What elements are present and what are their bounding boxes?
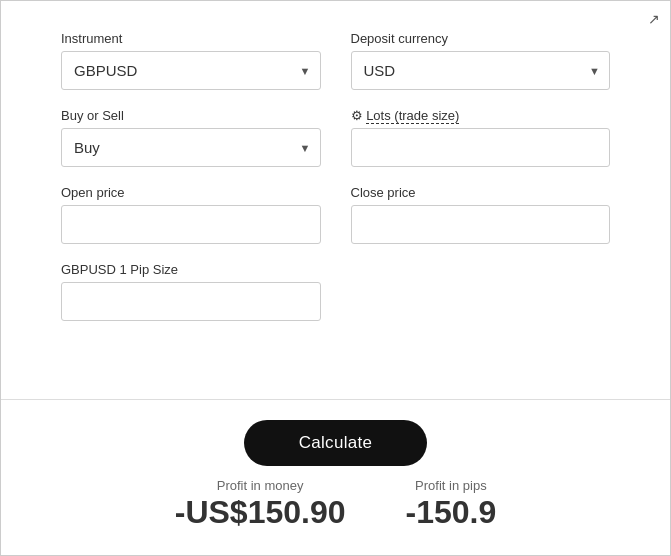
row-buy-lots: Buy or Sell Buy Sell ⚙ Lots (trade size)… — [61, 108, 610, 167]
buy-sell-label: Buy or Sell — [61, 108, 321, 123]
profit-money-item: Profit in money -US$150.90 — [175, 478, 346, 530]
deposit-currency-select[interactable]: USD EUR GBP — [351, 51, 611, 90]
lots-input[interactable]: 0.1 — [351, 128, 611, 167]
close-price-input[interactable]: 1.24652 — [351, 205, 611, 244]
profit-money-label: Profit in money — [217, 478, 304, 493]
deposit-currency-label: Deposit currency — [351, 31, 611, 46]
profit-pips-item: Profit in pips -150.9 — [406, 478, 497, 530]
row-prices: Open price 1.26161 Close price 1.24652 — [61, 185, 610, 244]
calculator-container: ↗ Instrument GBPUSD EURUSD USDJPY AUDUSD… — [0, 0, 671, 556]
close-price-group: Close price 1.24652 — [351, 185, 611, 244]
open-price-input[interactable]: 1.26161 — [61, 205, 321, 244]
buy-sell-group: Buy or Sell Buy Sell — [61, 108, 321, 167]
pip-size-group: GBPUSD 1 Pip Size 0.0001 — [61, 262, 321, 321]
form-section: Instrument GBPUSD EURUSD USDJPY AUDUSD D… — [1, 1, 670, 399]
profit-money-value: -US$150.90 — [175, 495, 346, 530]
pip-size-input[interactable]: 0.0001 — [61, 282, 321, 321]
instrument-select[interactable]: GBPUSD EURUSD USDJPY AUDUSD — [61, 51, 321, 90]
buy-sell-select-wrapper: Buy Sell — [61, 128, 321, 167]
lots-group: ⚙ Lots (trade size) 0.1 — [351, 108, 611, 167]
instrument-select-wrapper: GBPUSD EURUSD USDJPY AUDUSD — [61, 51, 321, 90]
buy-sell-select[interactable]: Buy Sell — [61, 128, 321, 167]
row-instrument-deposit: Instrument GBPUSD EURUSD USDJPY AUDUSD D… — [61, 31, 610, 90]
lots-label: ⚙ Lots (trade size) — [351, 108, 611, 123]
deposit-currency-select-wrapper: USD EUR GBP — [351, 51, 611, 90]
external-link-icon[interactable]: ↗ — [648, 11, 660, 27]
open-price-label: Open price — [61, 185, 321, 200]
calculate-button[interactable]: Calculate — [244, 420, 428, 466]
results-row: Profit in money -US$150.90 Profit in pip… — [175, 478, 497, 530]
pip-size-spacer — [351, 262, 611, 321]
gear-icon: ⚙ — [351, 108, 363, 123]
open-price-group: Open price 1.26161 — [61, 185, 321, 244]
profit-pips-value: -150.9 — [406, 495, 497, 530]
pip-size-label: GBPUSD 1 Pip Size — [61, 262, 321, 277]
instrument-label: Instrument — [61, 31, 321, 46]
deposit-currency-group: Deposit currency USD EUR GBP — [351, 31, 611, 90]
close-price-label: Close price — [351, 185, 611, 200]
profit-pips-label: Profit in pips — [415, 478, 487, 493]
result-section: Calculate Profit in money -US$150.90 Pro… — [1, 400, 670, 555]
instrument-group: Instrument GBPUSD EURUSD USDJPY AUDUSD — [61, 31, 321, 90]
row-pip-size: GBPUSD 1 Pip Size 0.0001 — [61, 262, 610, 321]
